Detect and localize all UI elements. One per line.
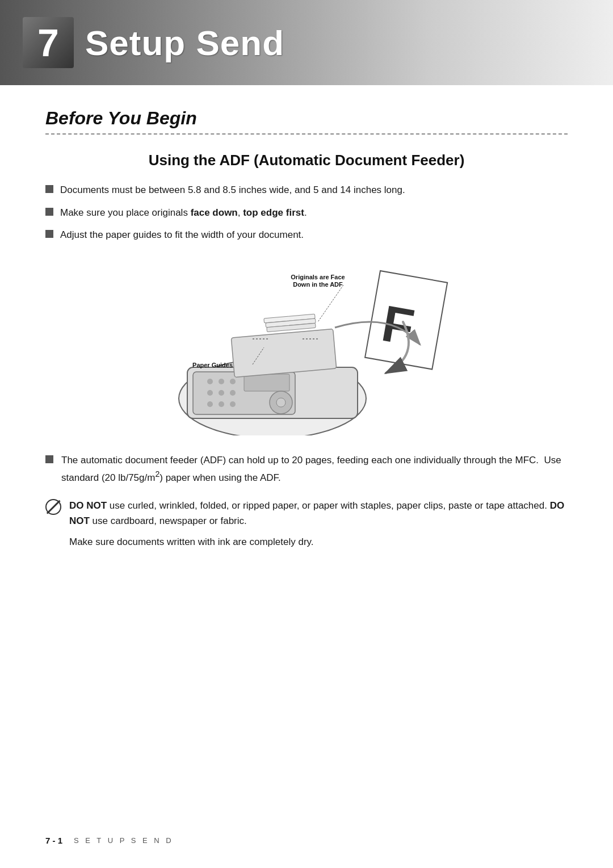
chapter-title: Setup Send [85,23,284,63]
svg-text:Originals are Face: Originals are Face [291,274,345,280]
svg-point-7 [230,379,236,384]
note-text-1: The automatic document feeder (ADF) can … [61,452,568,485]
svg-point-10 [230,390,236,396]
bullet-icon [45,185,53,193]
svg-rect-17 [231,329,336,377]
adf-illustration: F [142,254,471,435]
bullet-icon [45,230,53,238]
chapter-number: 7 [23,17,74,68]
chapter-header: 7 Setup Send [0,0,613,85]
bullet-text-3: Adjust the paper guides to fit the width… [60,228,304,242]
svg-text:Down in the ADF: Down in the ADF [293,281,343,288]
svg-point-8 [207,390,213,396]
bullet-icon [45,455,53,463]
svg-line-25 [318,285,343,322]
bullet-icon [45,208,53,216]
svg-point-9 [219,390,224,396]
warning-icon [45,499,61,515]
page: 7 Setup Send Before You Begin Using the … [0,0,613,868]
svg-point-12 [219,401,224,407]
svg-point-16 [276,398,285,407]
warning-paragraph: DO NOT use curled, wrinkled, folded, or … [45,498,568,529]
list-item: Adjust the paper guides to fit the width… [45,228,568,242]
note-paragraph-1: The automatic document feeder (ADF) can … [45,452,568,485]
bullet-list: Documents must be between 5.8 and 8.5 in… [45,183,568,242]
svg-rect-14 [244,374,289,391]
bullet-text-2: Make sure you place originals face down,… [60,206,307,220]
section-divider [45,133,568,135]
illustration-container: F [45,254,568,435]
followup-text: Make sure documents written with ink are… [69,534,568,550]
svg-text:Paper Guides: Paper Guides [192,362,233,368]
subsection-title: Using the ADF (Automatic Document Feeder… [45,152,568,169]
list-item: Documents must be between 5.8 and 8.5 in… [45,183,568,198]
bullet-text-1: Documents must be between 5.8 and 8.5 in… [60,183,405,198]
svg-point-6 [219,379,224,384]
footer: 7 - 1 S E T U P S E N D [45,836,568,845]
svg-point-5 [207,379,213,384]
warning-text: DO NOT use curled, wrinkled, folded, or … [69,498,568,529]
svg-point-11 [207,401,213,407]
list-item: Make sure you place originals face down,… [45,206,568,220]
footer-page-number: 7 - 1 [45,836,62,845]
content-area: Before You Begin Using the ADF (Automati… [0,108,613,550]
section-title: Before You Begin [45,108,568,129]
svg-point-13 [230,401,236,407]
footer-chapter-label: S E T U P S E N D [74,836,174,845]
